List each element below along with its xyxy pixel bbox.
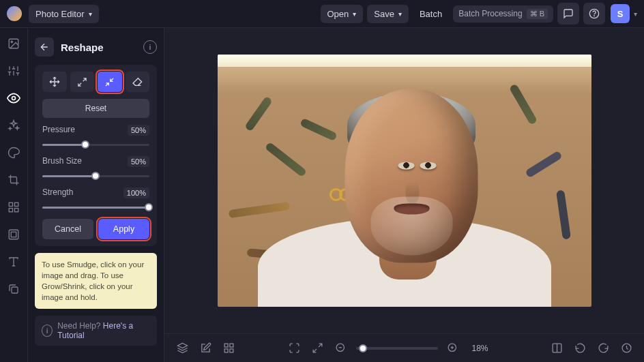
history-icon[interactable] — [618, 340, 634, 357]
back-button[interactable] — [35, 37, 54, 57]
svg-rect-10 — [11, 232, 16, 237]
tool-text-icon[interactable] — [6, 254, 21, 269]
undo-icon[interactable] — [572, 340, 588, 357]
fullscreen-icon[interactable] — [287, 340, 303, 357]
reset-button[interactable]: Reset — [42, 99, 149, 118]
shortcut: ⌘ B — [527, 9, 548, 19]
chevron-down-icon: ▾ — [89, 10, 92, 18]
panel-title: Reshape — [61, 42, 136, 53]
svg-point-4 — [12, 97, 16, 100]
apply-button[interactable]: Apply — [98, 219, 149, 239]
layers-icon[interactable] — [174, 340, 190, 357]
batch-button[interactable]: Batch — [413, 5, 449, 23]
brush-value: 50% — [128, 156, 149, 167]
hint-tooltip: To use Smudge, click on your image and d… — [35, 253, 157, 309]
redo-icon[interactable] — [595, 340, 611, 357]
tool-adjust-icon[interactable] — [6, 63, 21, 78]
svg-marker-12 — [177, 343, 187, 348]
pressure-label: Pressure — [42, 125, 75, 136]
reshape-erase-tool[interactable] — [126, 72, 150, 92]
user-avatar[interactable]: S — [611, 4, 630, 23]
svg-rect-14 — [229, 344, 233, 347]
svg-rect-6 — [15, 202, 18, 206]
help-box[interactable]: i Need Help? Here's a Tutorial — [35, 316, 157, 346]
svg-point-3 — [11, 41, 12, 42]
svg-rect-8 — [15, 209, 18, 212]
reshape-grow-tool[interactable] — [70, 72, 95, 92]
strength-slider[interactable] — [42, 202, 149, 212]
chevron-down-icon: ▾ — [398, 10, 402, 18]
tool-crop-icon[interactable] — [6, 172, 21, 187]
app-name: Photo Editor — [35, 9, 85, 19]
chevron-down-icon: ▾ — [353, 10, 356, 18]
fit-icon[interactable] — [310, 340, 326, 357]
svg-rect-5 — [9, 202, 12, 206]
svg-rect-11 — [12, 287, 18, 293]
open-button[interactable]: Open ▾ — [321, 5, 364, 23]
save-button[interactable]: Save ▾ — [367, 5, 409, 23]
svg-point-1 — [594, 16, 595, 16]
pressure-slider[interactable] — [42, 140, 149, 149]
tool-palette-icon[interactable] — [6, 145, 21, 160]
tool-eye-icon[interactable] — [6, 91, 21, 106]
svg-rect-13 — [224, 344, 228, 347]
zoom-in-icon[interactable] — [445, 340, 461, 357]
strength-label: Strength — [42, 187, 73, 198]
tool-image-icon[interactable] — [6, 36, 21, 51]
app-logo[interactable] — [7, 6, 22, 21]
strength-value: 100% — [123, 187, 149, 198]
tool-frame-icon[interactable] — [6, 227, 21, 242]
reshape-settings: Reset Pressure50% Brush Size50% Strength… — [35, 65, 157, 246]
cancel-button[interactable]: Cancel — [42, 219, 93, 239]
zoom-value: 18% — [472, 344, 499, 353]
pressure-value: 50% — [128, 125, 149, 136]
tool-sparkle-icon[interactable] — [6, 118, 21, 133]
comments-icon[interactable] — [557, 3, 579, 25]
app-menu[interactable]: Photo Editor ▾ — [29, 5, 99, 23]
tool-shapes-icon[interactable] — [6, 200, 21, 215]
brush-label: Brush Size — [42, 156, 82, 167]
reshape-shrink-tool[interactable] — [98, 72, 122, 92]
zoom-slider[interactable] — [356, 347, 438, 350]
help-icon[interactable] — [583, 3, 605, 25]
canvas-image[interactable] — [218, 55, 591, 307]
edit-icon[interactable] — [197, 340, 214, 357]
svg-rect-15 — [224, 349, 228, 352]
info-icon[interactable]: i — [143, 40, 157, 54]
svg-rect-9 — [9, 230, 18, 239]
svg-rect-16 — [229, 349, 233, 352]
grid-icon[interactable] — [220, 340, 237, 357]
reshape-move-tool[interactable] — [42, 72, 67, 92]
brush-slider[interactable] — [42, 171, 149, 181]
compare-icon[interactable] — [548, 340, 565, 357]
svg-rect-7 — [9, 209, 12, 212]
batch-processing-badge[interactable]: Batch Processing ⌘ B — [453, 5, 553, 22]
zoom-out-icon[interactable] — [333, 340, 349, 357]
tool-layers-icon[interactable] — [6, 282, 21, 297]
chevron-down-icon[interactable]: ▾ — [634, 10, 637, 18]
